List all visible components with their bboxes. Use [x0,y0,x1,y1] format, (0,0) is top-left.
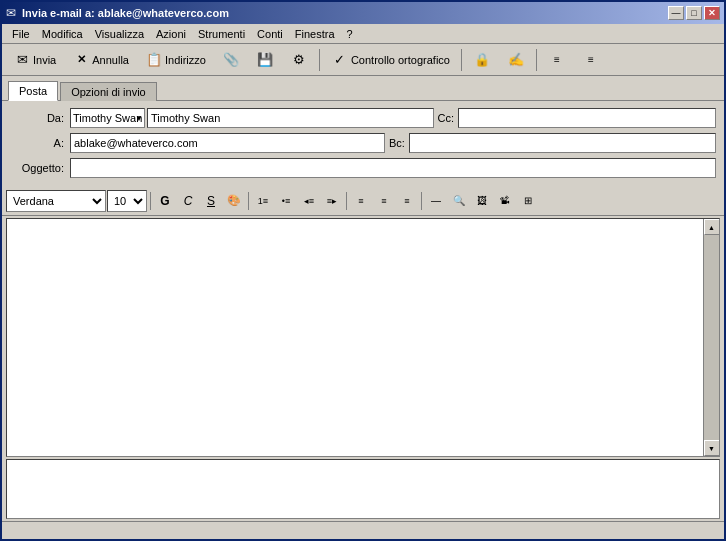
title-bar-buttons: — □ ✕ [668,6,720,20]
bc-label: Bc: [389,137,405,149]
form-area: Da: Timothy Swan ▼ Cc: A: Bc: [2,101,724,186]
email-body: ▲ ▼ [6,218,720,457]
from-label: Da: [10,112,70,124]
format-sep-3 [346,192,347,210]
title-bar-left: ✉ Invia e-mail a: ablake@whateverco.com [6,6,229,20]
send-icon: ✉ [13,51,31,69]
insert-image-button[interactable]: 🖼 [471,190,493,212]
window-title: Invia e-mail a: ablake@whateverco.com [22,7,229,19]
sign-icon: ✍ [507,51,525,69]
to-input[interactable] [70,133,385,153]
unordered-list-button[interactable]: •≡ [275,190,297,212]
vertical-scrollbar[interactable]: ▲ ▼ [703,219,719,456]
hr-button[interactable]: — [425,190,447,212]
window-body: Posta Opzioni di invio Da: Timothy Swan … [2,76,724,539]
zoom-button[interactable]: 🔍 [448,190,470,212]
menu-visualizza[interactable]: Visualizza [89,27,150,41]
components-button[interactable]: ⊞ [517,190,539,212]
menu-modifica[interactable]: Modifica [36,27,89,41]
minimize-button[interactable]: — [668,6,684,20]
toolbar-separator-1 [319,49,320,71]
format-bar: Verdana Arial Times New Roman Courier Ne… [2,186,724,216]
color-icon: 🎨 [227,194,241,207]
subject-label: Oggetto: [10,162,70,174]
title-bar: ✉ Invia e-mail a: ablake@whateverco.com … [2,2,724,24]
save-icon: 💾 [256,51,274,69]
save-button[interactable]: 💾 [249,47,281,73]
to-label: A: [10,137,70,149]
menu-bar: File Modifica Visualizza Azioni Strument… [2,24,724,44]
menu-azioni[interactable]: Azioni [150,27,192,41]
to-row: A: Bc: [10,132,716,154]
options-button[interactable]: ⚙ [283,47,315,73]
fontsize-select[interactable]: 8910 11121416 [107,190,147,212]
align-right-button[interactable]: ≡ [396,190,418,212]
underline-button[interactable]: S [200,190,222,212]
attach-icon: 📎 [222,51,240,69]
cc-section: Cc: [438,108,717,128]
bc-input[interactable] [409,133,716,153]
menu-finestra[interactable]: Finestra [289,27,341,41]
cancel-icon: ✕ [72,51,90,69]
signature-textarea[interactable] [7,460,719,518]
send-button[interactable]: ✉ Invia [6,47,63,73]
menu-conti[interactable]: Conti [251,27,289,41]
signature-area[interactable] [6,459,720,519]
scroll-down-button[interactable]: ▼ [704,440,720,456]
cancel-button[interactable]: ✕ Annulla [65,47,136,73]
html-view1-button[interactable]: ≡ [541,47,573,73]
lock-icon: 🔒 [473,51,491,69]
html-view1-icon: ≡ [548,51,566,69]
from-row: Da: Timothy Swan ▼ Cc: [10,107,716,129]
body-area: ▲ ▼ [2,216,724,521]
scroll-track [704,235,720,440]
address-icon: 📋 [145,51,163,69]
tab-posta[interactable]: Posta [8,81,58,101]
subject-row: Oggetto: [10,157,716,179]
options-icon: ⚙ [290,51,308,69]
insert-video-button[interactable]: 📽 [494,190,516,212]
spellcheck-button[interactable]: ✓ Controllo ortografico [324,47,457,73]
bc-section: Bc: [389,133,716,153]
toolbar: ✉ Invia ✕ Annulla 📋 Indirizzo 📎 💾 ⚙ ✓ Co… [2,44,724,76]
scroll-up-button[interactable]: ▲ [704,219,720,235]
subject-input[interactable] [70,158,716,178]
tab-bar: Posta Opzioni di invio [2,76,724,101]
menu-help[interactable]: ? [341,27,359,41]
indent-increase-button[interactable]: ≡▸ [321,190,343,212]
format-sep-4 [421,192,422,210]
color-button[interactable]: 🎨 [223,190,245,212]
spellcheck-icon: ✓ [331,51,349,69]
lock-button[interactable]: 🔒 [466,47,498,73]
address-button[interactable]: 📋 Indirizzo [138,47,213,73]
toolbar-separator-3 [536,49,537,71]
cc-input[interactable] [458,108,716,128]
maximize-button[interactable]: □ [686,6,702,20]
menu-strumenti[interactable]: Strumenti [192,27,251,41]
email-icon: ✉ [6,6,16,20]
menu-file[interactable]: File [6,27,36,41]
align-left-button[interactable]: ≡ [350,190,372,212]
sign-button[interactable]: ✍ [500,47,532,73]
status-bar [2,521,724,539]
align-center-button[interactable]: ≡ [373,190,395,212]
email-body-textarea[interactable] [7,219,703,456]
attach-button[interactable]: 📎 [215,47,247,73]
from-select-wrapper: Timothy Swan ▼ [70,108,145,128]
toolbar-separator-2 [461,49,462,71]
close-button[interactable]: ✕ [704,6,720,20]
from-select[interactable]: Timothy Swan [70,108,145,128]
html-view2-button[interactable]: ≡ [575,47,607,73]
format-sep-2 [248,192,249,210]
ordered-list-button[interactable]: 1≡ [252,190,274,212]
indent-decrease-button[interactable]: ◂≡ [298,190,320,212]
font-select[interactable]: Verdana Arial Times New Roman Courier Ne… [6,190,106,212]
italic-button[interactable]: C [177,190,199,212]
tab-opzioni[interactable]: Opzioni di invio [60,82,157,101]
format-sep-1 [150,192,151,210]
from-input[interactable] [147,108,434,128]
main-window: ✉ Invia e-mail a: ablake@whateverco.com … [0,0,726,541]
cc-label: Cc: [438,112,455,124]
bold-button[interactable]: G [154,190,176,212]
html-view2-icon: ≡ [582,51,600,69]
